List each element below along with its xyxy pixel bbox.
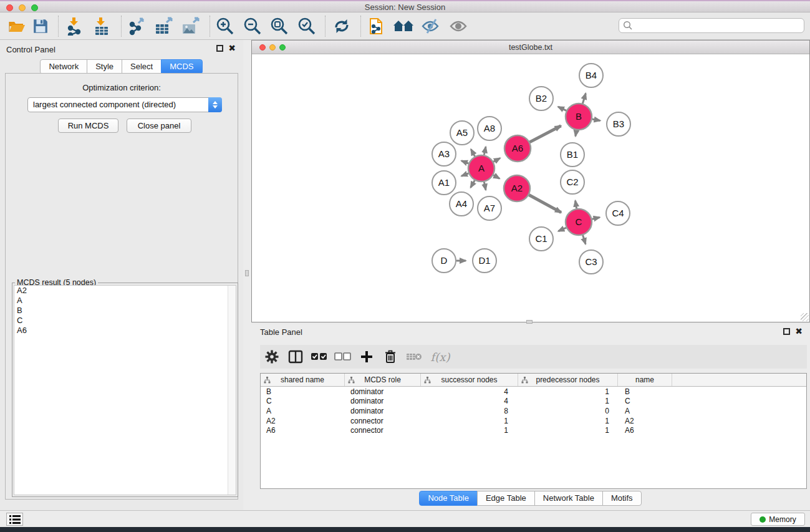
node-A3[interactable]: A3 — [432, 142, 456, 166]
column-header-shared-name[interactable]: shared name — [261, 374, 345, 386]
import-network-icon[interactable] — [64, 16, 85, 36]
export-network-icon[interactable] — [127, 16, 148, 36]
split-columns-icon[interactable] — [284, 347, 307, 366]
show-all-icon[interactable] — [448, 16, 469, 36]
edge-A-A5[interactable] — [471, 149, 475, 156]
edge-A-A6[interactable] — [493, 158, 500, 162]
edge-A6-B[interactable] — [530, 126, 561, 142]
run-mcds-button[interactable]: Run MCDS — [58, 118, 118, 133]
table-row[interactable]: Bdominator41B — [261, 387, 806, 397]
node-C2[interactable]: C2 — [561, 170, 584, 194]
criterion-dropdown[interactable]: largest connected component (directed) — [27, 97, 222, 112]
node-B1[interactable]: B1 — [561, 143, 584, 167]
edge-B-B3[interactable] — [592, 119, 600, 120]
export-table-icon[interactable] — [153, 16, 174, 36]
tab-node-table[interactable]: Node Table — [419, 491, 478, 506]
table-row[interactable]: Cdominator41C — [261, 397, 806, 407]
tab-style[interactable]: Style — [87, 59, 122, 74]
node-C1[interactable]: C1 — [529, 227, 553, 251]
edge-C-C1[interactable] — [558, 228, 566, 231]
edge-A-A8[interactable] — [484, 147, 486, 155]
hide-selected-icon[interactable] — [420, 16, 441, 36]
column-header-successor-nodes[interactable]: successor nodes — [421, 374, 518, 386]
network-canvas[interactable]: AA1A2A3A4A5A6A7A8BB1B2B3B4CC1C2C3C4DD1 — [252, 54, 809, 322]
edge-B-B1[interactable] — [576, 130, 577, 137]
zoom-out-icon[interactable] — [242, 16, 263, 36]
node-A4[interactable]: A4 — [450, 192, 473, 216]
resize-grip-icon[interactable] — [801, 313, 809, 321]
edge-B-B2[interactable] — [558, 107, 566, 110]
gear-icon[interactable] — [260, 347, 284, 366]
divider-grip[interactable] — [526, 320, 533, 324]
add-column-icon[interactable] — [355, 347, 378, 366]
node-C3[interactable]: C3 — [579, 250, 603, 274]
task-history-button[interactable] — [6, 513, 23, 526]
column-header-mcds-role[interactable]: MCDS role — [345, 374, 421, 386]
mcds-result-item[interactable]: C — [14, 316, 236, 326]
zoom-in-icon[interactable] — [215, 16, 236, 36]
home-icon[interactable] — [393, 16, 414, 36]
column-header-name[interactable]: name — [618, 374, 672, 386]
mcds-result-item[interactable]: A2 — [14, 286, 236, 296]
node-A2[interactable]: A2 — [504, 175, 530, 201]
float-panel-icon[interactable] — [216, 45, 223, 52]
tab-network-table[interactable]: Network Table — [534, 491, 603, 506]
edge-A-A1[interactable] — [461, 173, 468, 176]
mcds-result-item[interactable]: A — [14, 296, 236, 306]
edge-A-A4[interactable] — [471, 180, 475, 188]
edge-A-A7[interactable] — [484, 182, 486, 190]
node-A7[interactable]: A7 — [478, 196, 501, 220]
open-session-icon[interactable] — [6, 16, 27, 36]
edge-C-C2[interactable] — [576, 201, 577, 209]
close-panel-icon[interactable]: ✖ — [795, 328, 803, 335]
node-A6[interactable]: A6 — [504, 135, 531, 162]
node-B3[interactable]: B3 — [607, 112, 630, 136]
column-header-predecessor-nodes[interactable]: predecessor nodes — [518, 374, 618, 386]
export-image-icon[interactable] — [180, 16, 201, 36]
node-D1[interactable]: D1 — [473, 249, 496, 273]
node-A8[interactable]: A8 — [478, 117, 501, 140]
search-input[interactable] — [633, 19, 804, 32]
tab-mcds[interactable]: MCDS — [161, 59, 202, 74]
refresh-icon[interactable] — [331, 16, 352, 36]
mcds-result-list[interactable]: A2ABCA6 — [14, 285, 236, 495]
edge-A-A2[interactable] — [493, 175, 499, 179]
node-C4[interactable]: C4 — [606, 201, 630, 225]
close-panel-icon[interactable]: ✖ — [228, 45, 236, 52]
save-session-icon[interactable] — [30, 16, 51, 36]
edge-A2-C[interactable] — [529, 195, 561, 213]
node-A1[interactable]: A1 — [432, 171, 456, 195]
table-row[interactable]: Adominator80A — [261, 406, 806, 416]
node-B[interactable]: B — [566, 104, 592, 130]
network-file-icon[interactable] — [367, 16, 388, 36]
edge-C-C3[interactable] — [583, 235, 586, 244]
show-columns-icon[interactable] — [307, 347, 331, 366]
hide-columns-icon[interactable] — [331, 347, 355, 366]
tab-network[interactable]: Network — [40, 59, 87, 74]
mcds-result-item[interactable]: B — [14, 306, 236, 316]
tab-motifs[interactable]: Motifs — [602, 491, 642, 506]
node-B2[interactable]: B2 — [529, 87, 553, 110]
node-C[interactable]: C — [566, 209, 592, 235]
search-field[interactable] — [619, 18, 804, 33]
memory-button[interactable]: Memory — [751, 513, 805, 526]
node-A5[interactable]: A5 — [450, 121, 474, 145]
table-row[interactable]: A2connector11A2 — [261, 416, 806, 426]
divider-grip[interactable] — [245, 270, 249, 276]
scrollbar[interactable] — [228, 286, 236, 495]
table-row[interactable]: A6connector11A6 — [261, 425, 806, 435]
edge-C-C4[interactable] — [592, 218, 599, 220]
node-B4[interactable]: B4 — [579, 64, 603, 87]
zoom-selected-icon[interactable] — [296, 16, 317, 36]
edge-A-A3[interactable] — [461, 161, 468, 163]
tab-select[interactable]: Select — [122, 59, 162, 74]
float-panel-icon[interactable] — [783, 328, 790, 335]
tab-edge-table[interactable]: Edge Table — [477, 491, 535, 506]
mcds-result-item[interactable]: A6 — [14, 326, 236, 336]
delete-column-icon[interactable] — [378, 347, 402, 366]
network-window-titlebar[interactable]: testGlobe.txt — [252, 41, 809, 54]
edge-B-B4[interactable] — [582, 94, 586, 104]
node-A[interactable]: A — [468, 155, 494, 181]
zoom-fit-icon[interactable] — [269, 16, 290, 36]
close-panel-button[interactable]: Close panel — [127, 118, 191, 133]
